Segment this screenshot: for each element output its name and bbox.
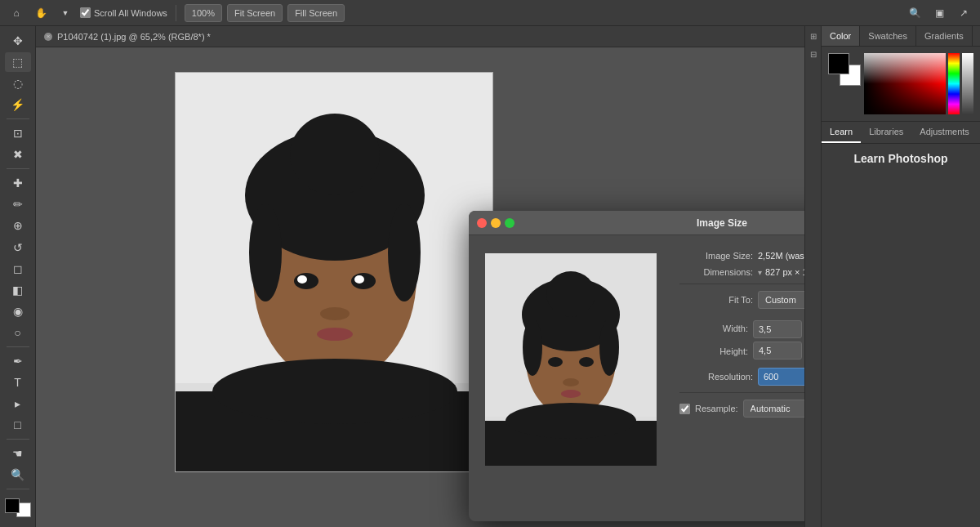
right-panel: Color Swatches Gradients Patterns	[821, 26, 980, 527]
fit-screen-button[interactable]: Fit Screen	[227, 4, 283, 22]
tab-patterns[interactable]: Patterns	[973, 26, 980, 46]
svg-point-8	[388, 203, 421, 301]
panel-icon-1[interactable]: ⊞	[807, 32, 820, 45]
tab-adjustments[interactable]: Adjustments	[911, 122, 978, 143]
width-label: Width:	[679, 317, 753, 340]
svg-point-25	[548, 357, 563, 367]
move-tool[interactable]: ✥	[5, 31, 31, 51]
eyedropper-tool[interactable]: ✖	[5, 145, 31, 164]
wh-section: Width: Height:	[679, 315, 804, 364]
color-swatches-area	[822, 47, 980, 121]
magic-wand-tool[interactable]: ⚡	[5, 95, 31, 114]
panel-icon-2[interactable]: ⊟	[807, 50, 820, 63]
close-button[interactable]	[477, 218, 487, 228]
lasso-tool[interactable]: ◌	[5, 74, 31, 93]
fit-to-row: Fit To: Custom Original Size Screen Reso…	[679, 291, 804, 309]
svg-point-6	[290, 114, 380, 195]
right-strip: ⊞ ⊟	[804, 26, 821, 527]
preview-svg	[485, 253, 657, 466]
zoom-tool[interactable]: 🔍	[5, 465, 31, 485]
hue-strip[interactable]	[948, 53, 960, 114]
selection-tools[interactable]: ⬚	[5, 52, 31, 72]
svg-point-23	[523, 319, 542, 376]
path-selection-tool[interactable]: ▸	[5, 394, 31, 413]
dimensions-value-row: ▾ 827 px × 1063 px	[758, 267, 804, 277]
foreground-color-swatch[interactable]	[5, 498, 20, 513]
eraser-tool[interactable]: ◻	[5, 259, 31, 279]
tab-gradients[interactable]: Gradients	[916, 26, 973, 46]
separator-1	[679, 284, 804, 284]
color-panel-tabs: Color Swatches Gradients Patterns	[822, 26, 980, 47]
tab-learn[interactable]: Learn	[822, 122, 861, 143]
tool-sep-2	[7, 168, 29, 169]
tab-close-button[interactable]: ×	[44, 33, 52, 41]
shape-tool[interactable]: □	[5, 415, 31, 435]
minimize-button[interactable]	[491, 218, 501, 228]
image-size-value: 2,52M (was 6,17M)	[758, 251, 804, 261]
zoom-level[interactable]: 100%	[185, 4, 222, 22]
svg-point-13	[320, 307, 350, 320]
tab-libraries[interactable]: Libraries	[861, 122, 911, 143]
preview-photo	[485, 253, 657, 466]
history-brush-tool[interactable]: ↺	[5, 237, 31, 257]
blur-tool[interactable]: ◉	[5, 301, 31, 321]
width-input[interactable]	[753, 320, 802, 338]
fg-swatch[interactable]	[828, 53, 849, 74]
dialog-title: Image Size	[697, 217, 747, 229]
search-icon[interactable]: 🔍	[905, 3, 924, 23]
dialog-footer: Cancel OK	[469, 484, 804, 521]
fit-to-select[interactable]: Custom Original Size Screen Resolution 7…	[758, 291, 804, 309]
color-row	[828, 53, 973, 114]
pen-tool[interactable]: ✒	[5, 351, 31, 371]
hand-tool-dropdown[interactable]: ▼	[56, 3, 75, 23]
hand-tool-icon[interactable]: ✋	[31, 3, 51, 23]
opacity-strip[interactable]	[962, 53, 973, 114]
svg-point-27	[563, 378, 579, 386]
arrange-icon[interactable]: ▣	[929, 3, 949, 23]
color-panel: Color Swatches Gradients Patterns	[822, 26, 980, 122]
gradient-tool[interactable]: ◧	[5, 280, 31, 300]
height-label: Height:	[679, 340, 753, 363]
fg-bg-colors[interactable]	[3, 497, 33, 519]
height-input[interactable]	[753, 342, 802, 360]
canvas-area: × P1040742 (1).jpg @ 65,2% (RGB/8*) *	[36, 26, 804, 527]
type-tool[interactable]: T	[5, 373, 31, 392]
learn-title: Learn Photoshop	[830, 152, 972, 165]
fill-screen-button[interactable]: Fill Screen	[287, 4, 345, 22]
svg-point-16	[212, 359, 457, 424]
brush-tool[interactable]: ✏	[5, 194, 31, 214]
tab-swatches[interactable]: Swatches	[860, 26, 916, 46]
resample-select[interactable]: Automatic Preserve Details Bicubic Smoot…	[743, 400, 804, 418]
resample-checkbox[interactable]	[679, 404, 690, 414]
scroll-all-windows-checkbox[interactable]: Scroll All Windows	[80, 7, 167, 18]
stamp-tool[interactable]: ⊕	[5, 216, 31, 235]
spot-healing-tool[interactable]: ✚	[5, 173, 31, 193]
image-size-dialog: Image Size	[469, 211, 804, 521]
learn-panel: Learn Libraries Adjustments ≡ Learn Phot…	[822, 122, 980, 527]
tool-sep-3	[7, 346, 29, 347]
svg-point-22	[546, 271, 595, 317]
home-icon[interactable]: ⌂	[7, 3, 26, 23]
traffic-lights	[477, 218, 514, 228]
hand-tool[interactable]: ☚	[5, 444, 31, 463]
image-size-label: Image Size:	[679, 251, 753, 261]
dimensions-arrow[interactable]: ▾	[758, 268, 762, 277]
wh-inputs	[753, 320, 802, 360]
svg-point-26	[579, 357, 594, 367]
svg-point-14	[317, 328, 353, 341]
separator	[176, 5, 176, 21]
tool-sep-1	[7, 118, 29, 119]
resolution-label: Resolution:	[679, 372, 753, 382]
photo-svg	[176, 73, 493, 472]
dialog-preview	[469, 245, 673, 474]
wh-labels: Width: Height:	[679, 317, 753, 363]
color-gradient[interactable]	[864, 53, 946, 114]
dodge-tool[interactable]: ○	[5, 323, 31, 342]
crop-tool[interactable]: ⊡	[5, 123, 31, 143]
maximize-button[interactable]	[505, 218, 514, 228]
resolution-input[interactable]	[758, 368, 804, 386]
svg-point-11	[297, 275, 307, 284]
tab-color[interactable]: Color	[822, 26, 860, 46]
share-icon[interactable]: ↗	[954, 3, 973, 23]
dialog-settings: Image Size: 2,52M (was 6,17M) ⚙ Dimensio…	[673, 245, 804, 474]
